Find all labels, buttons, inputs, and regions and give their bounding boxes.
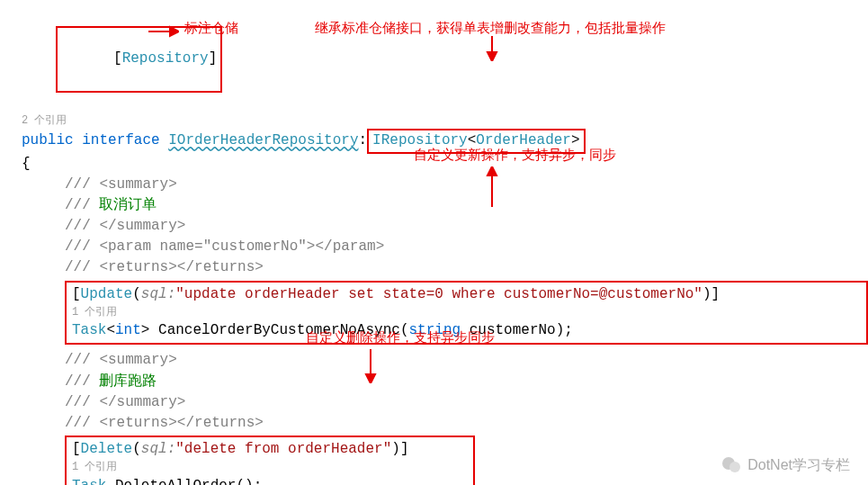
watermark-text: DotNet学习专栏 <box>747 456 850 475</box>
svg-marker-3 <box>488 52 497 61</box>
int-kw: int <box>115 322 141 338</box>
xml-returns-2: /// <returns></returns> <box>22 413 868 434</box>
sql-label-1: sql: <box>141 286 175 302</box>
update-sql: "update orderHeader set state=0 where cu… <box>175 286 702 302</box>
arrow-update <box>486 166 498 207</box>
task-type-1: Task <box>72 322 106 338</box>
anno-delete: 自定义删除操作，支持异步同步 <box>306 329 495 346</box>
svg-marker-5 <box>488 166 497 175</box>
sql-label-2: sql: <box>141 441 175 457</box>
arrow-inherit <box>486 36 498 61</box>
svg-marker-1 <box>170 27 179 36</box>
interface-name: IOrderHeaderRepository <box>168 132 358 148</box>
arrow-delete <box>364 349 377 383</box>
references-count-1a: 1 个引用 <box>72 305 861 320</box>
xml-param: /// <param name="customerNo"></param> <box>22 237 868 257</box>
delete-sql: "delete from orderHeader" <box>175 441 391 457</box>
xml-cancel-comment: 取消订单 <box>99 197 157 213</box>
xml-summary-close-1: /// </summary> <box>22 216 868 237</box>
references-count-2: 2 个引用 <box>22 113 868 129</box>
kw-public: public <box>22 132 74 148</box>
references-count-1b: 1 个引用 <box>72 460 468 475</box>
bracket-open: [ <box>113 50 122 67</box>
xml-delete-comment: 删库跑路 <box>99 373 157 390</box>
anno-inherit: 继承标准仓储接口，获得单表增删改查能力，包括批量操作 <box>315 20 666 37</box>
delete-method: DeleteAllOrder <box>115 478 236 485</box>
bracket-close: ] <box>209 50 218 67</box>
xml-summary-open-1: /// <summary> <box>22 175 868 195</box>
svg-point-9 <box>729 462 740 472</box>
delete-attr: Delete <box>81 441 133 457</box>
kw-interface: interface <box>82 132 159 148</box>
delete-block: [Delete(sql:"delete from orderHeader")] … <box>65 436 475 485</box>
anno-update: 自定义更新操作，支持异步，同步 <box>414 147 616 164</box>
xml-returns-1: /// <returns></returns> <box>22 257 868 278</box>
xml-summary-close-2: /// </summary> <box>22 392 868 413</box>
task-type-2: Task <box>72 478 106 485</box>
watermark: DotNet学习专栏 <box>720 454 850 476</box>
repository-attribute: Repository <box>122 50 209 67</box>
svg-marker-7 <box>366 374 375 383</box>
xml-summary-open-2: /// <summary> <box>22 350 868 371</box>
arrow-repo <box>148 25 179 38</box>
wechat-icon <box>720 454 742 476</box>
anno-repo: 标注仓储 <box>184 20 238 37</box>
update-attr: Update <box>81 286 133 302</box>
